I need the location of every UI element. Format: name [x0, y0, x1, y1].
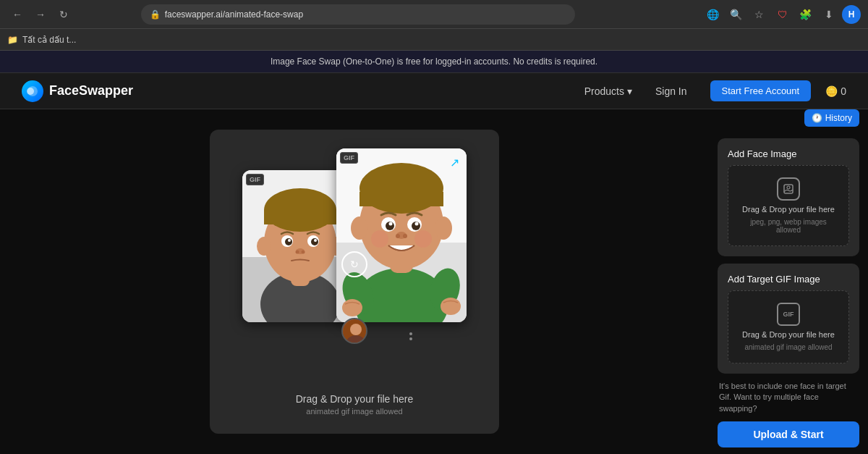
banner-text: Image Face Swap (One-to-One) is free for…: [271, 56, 597, 67]
right-panel: 🕐 History Add Face Image Drag & Drop you…: [709, 109, 868, 454]
signin-button[interactable]: Sign In: [647, 81, 696, 101]
gif-image-title: Add Target GIF Image: [728, 274, 820, 285]
gif-badge-right: GIF: [340, 152, 358, 164]
translate-button[interactable]: 🌐: [703, 4, 723, 25]
swap-arrow-icon: ↻: [341, 251, 367, 277]
credits-icon: 🪙: [825, 85, 838, 97]
logo-icon: [22, 80, 43, 102]
gif-badge-left: GIF: [246, 174, 264, 185]
left-upload-subtext: animated gif image allowed: [306, 407, 402, 416]
face-image-card: Add Face Image Drag & Drop your file her…: [718, 138, 859, 256]
bookmarks-folder[interactable]: Tất cả dấu t...: [22, 35, 76, 45]
svg-point-44: [371, 230, 388, 248]
nav-buttons: ← → ↻: [7, 4, 74, 25]
url-text: faceswapper.ai/animated-face-swap: [165, 9, 566, 20]
svg-point-17: [296, 250, 299, 253]
logo-text: FaceSwapper: [49, 83, 133, 98]
history-label: History: [825, 113, 852, 123]
face-image-dropzone[interactable]: Drag & Drop your file here jpeg, png, we…: [728, 165, 849, 246]
history-button[interactable]: 🕐 History: [804, 109, 859, 127]
forward-button[interactable]: →: [30, 4, 51, 25]
profile-avatar[interactable]: H: [842, 5, 861, 24]
svg-point-47: [350, 324, 362, 335]
svg-point-18: [302, 250, 305, 253]
svg-point-40: [415, 222, 419, 225]
gif-upload-icon: GIF: [777, 303, 800, 326]
resize-icon: ↗: [450, 156, 459, 169]
svg-point-45: [414, 230, 432, 248]
logo-area[interactable]: FaceSwapper: [22, 80, 133, 102]
illustration-container: GIF: [242, 148, 467, 380]
products-label: Products: [584, 85, 624, 97]
bookmarks-bar: 📁 Tất cả dấu t...: [0, 29, 868, 51]
main-area: GIF: [0, 109, 868, 454]
upload-start-button[interactable]: Upload & Start: [718, 421, 859, 447]
gif-format-text: animated gif image allowed: [744, 343, 832, 351]
face-avatar: [341, 318, 367, 344]
info-text: It's best to include one face in target …: [718, 381, 859, 414]
svg-point-28: [441, 298, 461, 315]
face-drag-text: Drag & Drop your file here: [742, 205, 835, 214]
svg-point-34: [435, 217, 452, 240]
nav-links: Products ▾ Sign In Start Free Account 🪙 …: [584, 80, 846, 101]
start-free-button[interactable]: Start Free Account: [710, 80, 812, 101]
address-bar[interactable]: 🔒 faceswapper.ai/animated-face-swap: [141, 4, 575, 25]
gif-image-card: Add Target GIF Image GIF Drag & Drop you…: [718, 264, 859, 374]
svg-rect-9: [264, 210, 336, 224]
baby-image-right: GIF: [336, 148, 467, 322]
svg-point-50: [787, 186, 790, 189]
search-button[interactable]: 🔍: [726, 4, 746, 25]
action-dots: [409, 332, 412, 340]
svg-point-14: [288, 239, 291, 242]
page-content: Image Face Swap (One-to-One) is free for…: [0, 51, 868, 454]
svg-point-42: [396, 234, 400, 238]
browser-actions: 🌐 🔍 ☆ 🛡 🧩 ⬇ H: [703, 4, 861, 25]
products-nav-item[interactable]: Products ▾: [584, 85, 632, 97]
lock-icon: 🔒: [150, 9, 161, 20]
credits-badge[interactable]: 🪙 0: [825, 85, 846, 97]
gif-image-dropzone[interactable]: GIF Drag & Drop your file here animated …: [728, 290, 849, 363]
banner: Image Face Swap (One-to-One) is free for…: [0, 51, 868, 73]
face-upload-icon: [777, 177, 800, 201]
reload-button[interactable]: ↻: [54, 4, 74, 25]
left-upload-text: Drag & Drop your file here: [296, 393, 414, 405]
svg-point-15: [314, 239, 317, 242]
download-button[interactable]: ⬇: [819, 4, 839, 25]
history-icon: 🕐: [812, 113, 822, 123]
face-format-text: jpeg, png, webp images allowed: [740, 218, 837, 234]
gif-upload-zone[interactable]: GIF: [210, 130, 499, 434]
svg-point-43: [403, 234, 407, 238]
shield-button[interactable]: 🛡: [773, 4, 793, 25]
browser-chrome: ← → ↻ 🔒 faceswapper.ai/animated-face-swa…: [0, 0, 868, 29]
navbar: FaceSwapper Products ▾ Sign In Start Fre…: [0, 73, 868, 109]
left-panel: GIF: [0, 109, 709, 454]
svg-point-39: [389, 222, 393, 225]
gif-drag-text: Drag & Drop your file here: [742, 330, 835, 339]
chevron-down-icon: ▾: [627, 85, 632, 97]
back-button[interactable]: ←: [7, 4, 27, 25]
extensions-button[interactable]: 🧩: [796, 4, 816, 25]
face-image-title: Add Face Image: [728, 148, 796, 159]
svg-point-27: [342, 299, 362, 316]
credits-count: 0: [841, 85, 846, 97]
folder-icon: 📁: [7, 35, 18, 45]
svg-point-1: [27, 88, 34, 95]
svg-point-33: [351, 217, 368, 240]
svg-point-19: [257, 237, 271, 256]
svg-rect-32: [359, 192, 443, 206]
bookmark-button[interactable]: ☆: [749, 4, 770, 25]
